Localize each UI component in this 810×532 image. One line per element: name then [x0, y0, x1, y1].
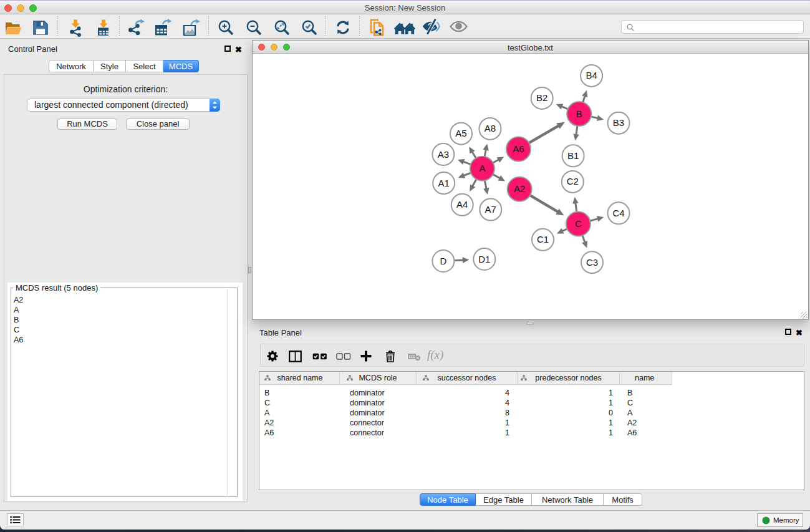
svg-text:C2: C2: [567, 176, 579, 186]
svg-text:B2: B2: [536, 92, 547, 103]
svg-text:B1: B1: [567, 150, 579, 161]
svg-text:A5: A5: [455, 128, 466, 138]
svg-text:A1: A1: [438, 178, 450, 188]
svg-text:A4: A4: [456, 199, 468, 210]
svg-text:A2: A2: [514, 183, 525, 194]
svg-text:B3: B3: [613, 117, 624, 128]
svg-text:D: D: [440, 256, 446, 266]
svg-text:C3: C3: [586, 257, 598, 268]
svg-text:A6: A6: [513, 143, 524, 154]
svg-text:C1: C1: [537, 234, 549, 244]
svg-text:C4: C4: [612, 208, 624, 218]
svg-text:A7: A7: [485, 204, 496, 215]
svg-text:A3: A3: [438, 149, 449, 160]
svg-text:B4: B4: [586, 70, 597, 80]
svg-text:B: B: [576, 109, 582, 119]
svg-text:A: A: [479, 163, 485, 173]
svg-text:C: C: [575, 218, 582, 229]
svg-text:A8: A8: [485, 123, 496, 133]
svg-text:D1: D1: [478, 254, 490, 264]
